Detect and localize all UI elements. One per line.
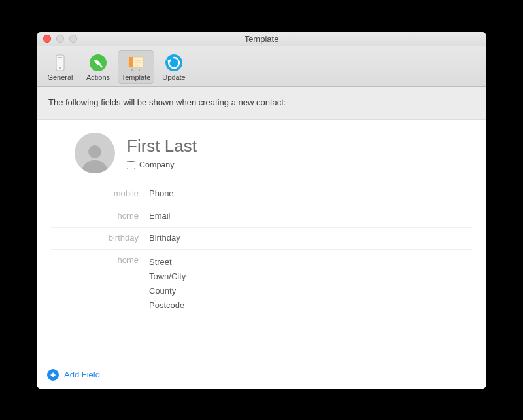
field-row-home-email[interactable]: home Email (51, 205, 472, 227)
toolbar-tab-label: Actions (86, 73, 110, 81)
svg-point-2 (59, 67, 61, 69)
field-value: Birthday (149, 233, 180, 243)
traffic-lights (37, 35, 77, 43)
window-titlebar: Template (37, 32, 486, 46)
toolbar-tab-general[interactable]: General (42, 50, 78, 84)
field-label: home (51, 255, 149, 265)
address-line: Town/City (149, 270, 186, 284)
toolbar-tab-label: Template (122, 73, 151, 81)
close-window-button[interactable] (43, 35, 51, 43)
actions-icon (88, 53, 108, 73)
preferences-window: Template General Actions Template Updat (37, 32, 486, 389)
fullscreen-window-button[interactable] (69, 35, 77, 43)
toolbar-tab-template[interactable]: Template (118, 50, 154, 84)
field-row-home-address[interactable]: home Street Town/City County Postcode (51, 249, 472, 314)
template-icon (126, 53, 146, 73)
template-description: The following fields will be shown when … (37, 87, 486, 120)
field-label: birthday (51, 233, 149, 243)
card-footer: + Add Field (37, 362, 486, 389)
toolbar-tab-update[interactable]: Update (156, 50, 192, 84)
name-block: First Last Company (127, 136, 197, 169)
company-checkbox[interactable] (127, 161, 135, 169)
address-line: Postcode (149, 298, 186, 313)
plus-icon[interactable]: + (47, 369, 59, 381)
field-label: home (51, 211, 149, 220)
template-fields-area: First Last Company mobile Phone home Ema… (37, 120, 486, 362)
address-line: Street (149, 255, 186, 270)
field-row-birthday[interactable]: birthday Birthday (51, 227, 472, 249)
general-icon (50, 53, 70, 73)
window-title: Template (37, 34, 486, 44)
svg-rect-1 (58, 57, 62, 58)
person-silhouette-icon (78, 141, 111, 173)
update-icon (164, 53, 184, 73)
field-row-mobile-phone[interactable]: mobile Phone (51, 183, 472, 205)
company-checkbox-row[interactable]: Company (127, 160, 197, 169)
add-field-button[interactable]: Add Field (64, 370, 100, 379)
field-value: Phone (149, 188, 174, 198)
toolbar-tab-label: General (47, 73, 73, 81)
card-header: First Last Company (51, 133, 472, 183)
field-label: mobile (51, 188, 149, 198)
address-lines: Street Town/City County Postcode (149, 255, 186, 313)
contact-template-card: First Last Company mobile Phone home Ema… (37, 120, 486, 389)
company-label: Company (139, 160, 175, 169)
svg-point-11 (88, 145, 101, 158)
toolbar-tab-label: Update (162, 73, 185, 81)
field-value: Email (149, 211, 171, 220)
preferences-toolbar: General Actions Template Update (37, 46, 486, 87)
address-line: County (149, 284, 186, 298)
svg-rect-5 (129, 57, 133, 67)
toolbar-tab-actions[interactable]: Actions (80, 50, 116, 84)
name-placeholder[interactable]: First Last (127, 136, 197, 156)
avatar-placeholder[interactable] (75, 133, 115, 173)
minimize-window-button[interactable] (56, 35, 64, 43)
